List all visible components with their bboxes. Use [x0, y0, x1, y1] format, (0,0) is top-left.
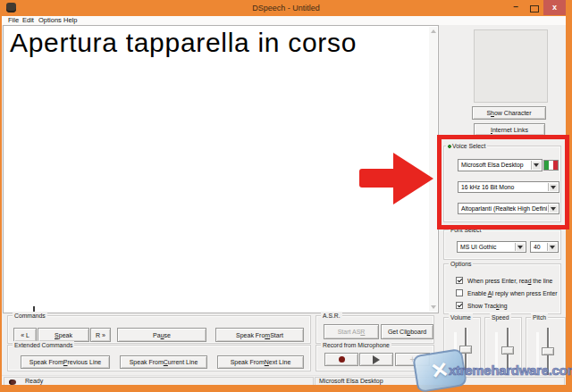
window-frame-bottom — [0, 385, 572, 392]
voice-combobox[interactable]: Microsoft Elsa Desktop — [458, 159, 543, 171]
internet-links-button[interactable]: Internet Links — [474, 123, 545, 136]
voice-select-label: Voice Select — [446, 142, 487, 150]
pitch-label: Pitch — [531, 313, 548, 321]
speak-left-button[interactable]: « L — [13, 328, 37, 342]
options-group: Options When press Enter, read the line … — [443, 263, 561, 314]
extended-commands-label: Extended Commands — [13, 341, 74, 349]
pause-button[interactable]: Pause — [117, 328, 206, 342]
show-character-button[interactable]: Show Character — [472, 106, 546, 120]
start-asr-button[interactable]: Start ASR — [324, 324, 379, 339]
red-arrow-icon — [359, 169, 397, 188]
speed-slider-thumb[interactable] — [501, 346, 514, 354]
asr-group: A.S.R. Start ASR Get Clipboard — [315, 315, 434, 344]
scroll-down-icon[interactable] — [431, 305, 436, 309]
character-display-box — [474, 29, 548, 103]
status-ready: Ready — [25, 378, 43, 384]
speak-next-line-button[interactable]: Speak From Next Line — [217, 355, 304, 369]
red-arrow-head — [393, 153, 433, 204]
output-device-combobox[interactable]: Altoparlanti (Realtek High Definition — [458, 203, 559, 214]
commands-group: Commands « L Speak R » Pause Speak From … — [7, 315, 311, 344]
extended-commands-group: Extended Commands Speak From Previous Li… — [7, 345, 311, 371]
chevron-down-icon[interactable] — [515, 243, 525, 251]
editor-text: Apertura tapparella in corso — [10, 28, 357, 58]
font-select-group: Font Select MS UI Gothic 40 — [443, 229, 561, 260]
speak-from-start-button[interactable]: Speak From Start — [215, 328, 304, 342]
speed-label: Speed — [490, 313, 511, 321]
voice-select-group: Voice Select Microsoft Elsa Desktop 16 k… — [443, 146, 561, 222]
checkbox-read-line[interactable] — [456, 277, 463, 284]
record-button[interactable] — [324, 353, 358, 366]
speak-right-button[interactable]: R » — [90, 328, 111, 342]
maximize-icon[interactable] — [530, 5, 539, 13]
font-select-label: Font Select — [449, 226, 483, 234]
checkbox-ai-reply[interactable] — [456, 289, 463, 296]
watermark-text: xtremehardware.com — [449, 363, 572, 378]
commands-label: Commands — [13, 312, 47, 320]
chevron-down-icon[interactable] — [547, 243, 557, 251]
font-size-combobox[interactable]: 40 — [530, 241, 559, 253]
dspeech-app-icon — [6, 3, 16, 13]
checkbox-read-line-label: When press Enter, read the line — [467, 277, 552, 285]
menu-options[interactable]: Options — [38, 16, 62, 25]
green-led-icon — [448, 145, 451, 148]
get-clipboard-button[interactable]: Get Clipboard — [381, 324, 433, 339]
record-icon — [339, 356, 345, 363]
status-voice: Microsoft Elsa Desktop — [319, 378, 383, 384]
menu-file[interactable]: File — [8, 16, 19, 25]
checkbox-ai-reply-label: Enable AI reply when press Enter — [467, 289, 558, 297]
record-label: Record from Microphone — [321, 341, 391, 349]
volume-label: Volume — [449, 313, 473, 321]
speak-previous-line-button[interactable]: Speak From Previous Line — [21, 355, 110, 369]
speak-button[interactable]: Speak — [38, 328, 89, 342]
checkbox-show-tracking-label: Show Tracking — [467, 302, 508, 310]
title-bar: DSpeech - Untitled – x — [0, 0, 572, 16]
italian-flag-icon — [543, 160, 559, 171]
minimize-button[interactable]: – — [509, 2, 522, 13]
close-button[interactable]: x — [543, 0, 566, 15]
play-icon — [373, 355, 380, 364]
menu-bar: File Edit Options Help — [2, 16, 566, 25]
asr-label: A.S.R. — [321, 312, 342, 320]
dspeech-window: DSpeech - Untitled – x File Edit Options… — [0, 0, 572, 392]
audio-format-combobox[interactable]: 16 kHz 16 Bit Mono — [458, 181, 559, 193]
scroll-up-icon[interactable] — [431, 29, 436, 33]
window-title: DSpeech - Untitled — [0, 0, 572, 16]
chevron-down-icon[interactable] — [548, 204, 558, 213]
chevron-down-icon[interactable] — [531, 161, 541, 170]
speak-current-line-button[interactable]: Speak From Current Line — [120, 355, 207, 369]
menu-edit[interactable]: Edit — [22, 16, 34, 25]
checkbox-show-tracking[interactable] — [456, 302, 463, 309]
menu-help[interactable]: Help — [63, 16, 77, 25]
chevron-down-icon[interactable] — [548, 183, 558, 191]
pitch-slider-thumb[interactable] — [542, 347, 554, 355]
options-label: Options — [449, 260, 473, 268]
font-combobox[interactable]: MS UI Gothic — [457, 241, 526, 253]
play-button[interactable] — [359, 353, 393, 366]
